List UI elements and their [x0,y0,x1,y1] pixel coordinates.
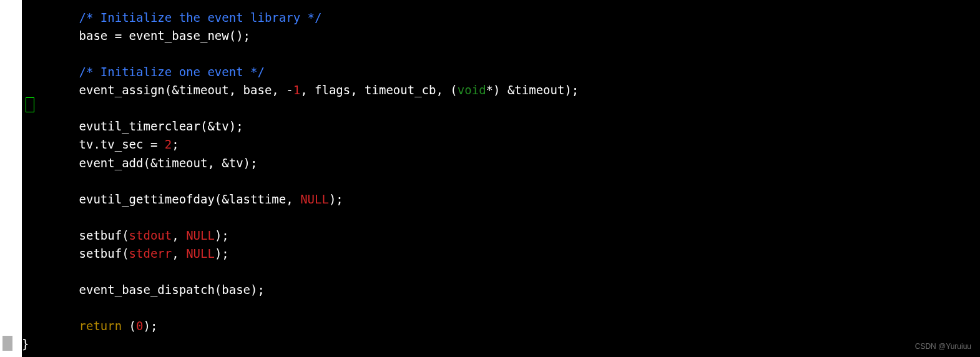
code-line: event_base_dispatch(base); [79,283,265,296]
editor-left-margin [0,0,22,357]
code-line: event_add(&timeout, &tv); [79,156,258,170]
app-frame: /* Initialize the event library */ base … [0,0,980,357]
code-editor-viewport[interactable]: /* Initialize the event library */ base … [22,0,980,357]
code-line: tv.tv_sec = 2; [79,137,179,151]
code-line: setbuf(stderr, NULL); [79,247,229,260]
scrollbar-thumb[interactable] [2,336,12,351]
code-line: setbuf(stdout, NULL); [79,228,229,242]
code-line: } [22,337,29,351]
watermark-text: CSDN @Yuruiuu [915,341,971,352]
gutter-cursor-indicator [26,97,34,112]
code-comment: /* Initialize the event library */ [79,11,322,24]
code-line: event_assign(&timeout, base, -1, flags, … [79,83,579,97]
code-line: evutil_timerclear(&tv); [79,119,243,133]
code-line: return (0); [79,319,158,333]
code-comment: /* Initialize one event */ [79,65,265,79]
code-line: evutil_gettimeofday(&lasttime, NULL); [79,192,343,206]
code-line: base = event_base_new(); [79,29,251,42]
code-block: /* Initialize the event library */ base … [22,9,980,353]
